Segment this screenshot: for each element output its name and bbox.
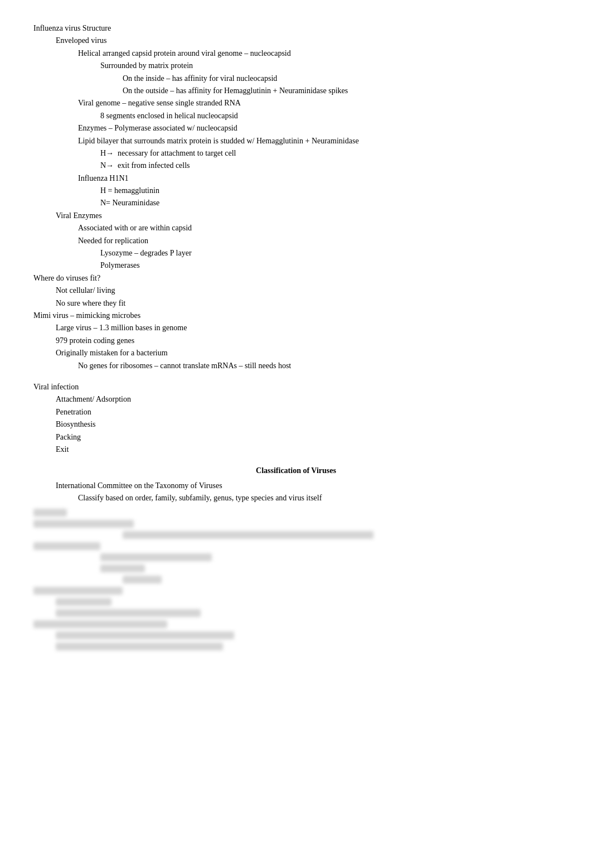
matrix-protein: Surrounded by matrix protein	[100, 60, 559, 72]
n-equals: N= Neuraminidase	[100, 197, 559, 209]
large-virus: Large virus – 1.3 million bases in genom…	[56, 322, 559, 334]
mimi-virus: Mimi virus – mimicking microbes	[33, 310, 559, 322]
h-arrow: H→ necessary for attachment to target ce…	[100, 147, 559, 160]
segments: 8 segments enclosed in helical nucleocap…	[100, 110, 559, 122]
classify-based: Classify based on order, family, subfami…	[78, 492, 559, 504]
outside-affinity: On the outside – has affinity for Hemagg…	[123, 85, 559, 97]
mistaken-bacterium: Originally mistaken for a bacterium	[56, 347, 559, 359]
classification-header: Classification of Viruses	[256, 466, 336, 475]
needed-replication: Needed for replication	[78, 235, 559, 247]
viral-enzymes-header: Viral Enzymes	[56, 210, 559, 222]
ictv: International Committee on the Taxonomy …	[56, 480, 559, 492]
biosynthesis-item: Biosynthesis	[56, 418, 559, 431]
viral-genome: Viral genome – negative sense single str…	[78, 97, 559, 109]
section-influenza-title: Influenza virus Structure	[33, 22, 559, 35]
enveloped-virus: Enveloped virus	[56, 35, 559, 47]
lipid-bilayer: Lipid bilayer that surrounds matrix prot…	[78, 135, 559, 147]
associated-capsid: Associated with or are within capsid	[78, 222, 559, 234]
no-sure: No sure where they fit	[56, 297, 559, 310]
influenza-h1n1: Influenza H1N1	[78, 172, 559, 185]
spacer-2	[33, 456, 559, 465]
document-content: Influenza virus Structure Enveloped viru…	[33, 22, 559, 650]
where-viruses-fit: Where do viruses fit?	[33, 272, 559, 284]
exit-item: Exit	[56, 443, 559, 456]
no-ribosomes: No genes for ribosomes – cannot translat…	[78, 360, 559, 372]
penetration-item: Penetration	[56, 406, 559, 418]
attachment-item: Attachment/ Adsorption	[56, 393, 559, 406]
viral-infection-header: Viral infection	[33, 381, 559, 393]
enzymes: Enzymes – Polymerase associated w/ nucle…	[78, 122, 559, 134]
n-arrow: N→ exit from infected cells	[100, 160, 559, 172]
polymerases: Polymerases	[100, 259, 559, 272]
packing-item: Packing	[56, 431, 559, 443]
blurred-content	[33, 509, 559, 650]
inside-affinity: On the inside – has affinity for viral n…	[123, 73, 559, 85]
protein-coding: 979 protein coding genes	[56, 335, 559, 347]
h-equals: H = hemagglutinin	[100, 185, 559, 197]
not-cellular: Not cellular/ living	[56, 284, 559, 297]
lysozyme: Lysozyme – degrades P layer	[100, 247, 559, 259]
helical-capsid: Helical arranged capsid protein around v…	[78, 47, 559, 60]
spacer-1	[33, 372, 559, 381]
